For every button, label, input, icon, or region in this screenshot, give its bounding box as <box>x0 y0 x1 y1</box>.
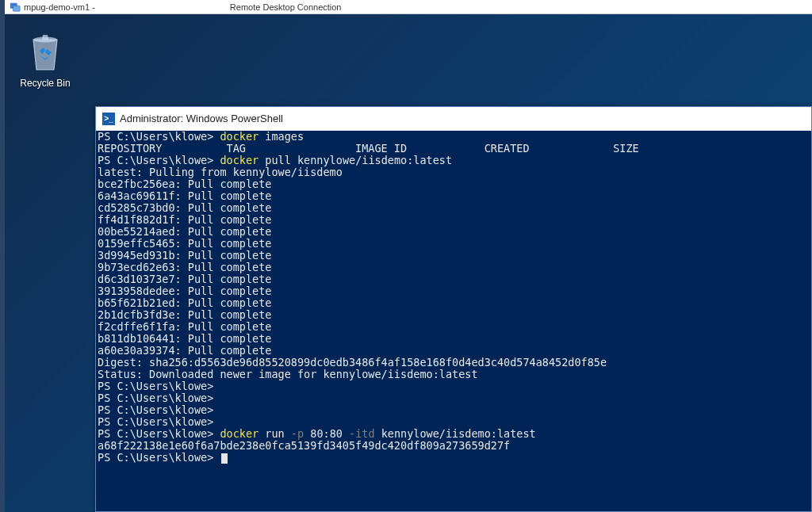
powershell-title: Administrator: Windows PowerShell <box>120 113 283 124</box>
rdp-hostname: mpug-demo-vm1 - <box>24 2 95 12</box>
powershell-icon: >_ <box>102 113 115 125</box>
rdp-title: Remote Desktop Connection <box>230 2 342 12</box>
rdp-connection-bar[interactable]: mpug-demo-vm1 - Remote Desktop Connectio… <box>5 0 812 14</box>
powershell-titlebar[interactable]: >_ Administrator: Windows PowerShell <box>96 107 811 131</box>
recycle-bin-label: Recycle Bin <box>20 78 70 89</box>
recycle-bin-icon[interactable]: Recycle Bin <box>14 30 76 89</box>
recycle-bin-graphic <box>25 30 65 71</box>
powershell-window[interactable]: >_ Administrator: Windows PowerShell PS … <box>95 106 812 512</box>
powershell-terminal[interactable]: PS C:\Users\klowe> docker images REPOSIT… <box>96 131 811 511</box>
window-edge <box>0 0 5 512</box>
svg-rect-1 <box>13 6 20 11</box>
rdp-icon <box>10 2 21 13</box>
